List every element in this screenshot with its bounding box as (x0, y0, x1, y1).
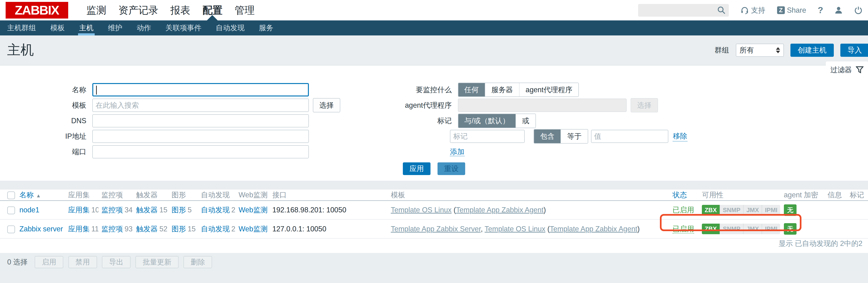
triggers-link[interactable]: 触发器 (136, 206, 158, 214)
subnav-templates[interactable]: 模板 (43, 21, 72, 35)
column-graphs: 图形 (169, 190, 198, 201)
jmx-badge: JMX (743, 205, 762, 216)
tag-remove-link[interactable]: 移除 (673, 131, 687, 142)
tag-add-link[interactable]: 添加 (450, 148, 464, 156)
monitored-by-server[interactable]: 服务器 (485, 83, 520, 96)
templates-cell: Template OS Linux (Template App Zabbix A… (388, 201, 670, 219)
tag-match-contains[interactable]: 包含 (534, 130, 561, 143)
tag-match-equals[interactable]: 等于 (561, 130, 588, 143)
config-sub-nav: 主机群组 模板 主机 维护 动作 关联项事件 自动发现 服务 (0, 21, 868, 35)
tags-cell (847, 201, 868, 219)
create-host-button[interactable]: 创建主机 (790, 44, 834, 57)
zabbix-logo[interactable]: ZABBIX (6, 2, 68, 19)
share-link[interactable]: Z Share (777, 6, 806, 15)
row-checkbox[interactable] (7, 226, 15, 233)
tags-operator-or[interactable]: 或 (516, 114, 535, 128)
subnav-event-correlation[interactable]: 关联项事件 (158, 21, 209, 35)
filter-toggle-tab[interactable]: 过滤器 (826, 61, 868, 78)
subnav-maintenance[interactable]: 维护 (101, 21, 130, 35)
tag-value-input[interactable] (591, 130, 669, 143)
menu-item-reports[interactable]: 报表 (164, 0, 196, 21)
template-separator: , (480, 225, 485, 233)
applications-link[interactable]: 应用集 (68, 206, 90, 214)
subnav-hosts[interactable]: 主机 (72, 21, 101, 35)
support-label: 支持 (751, 5, 765, 15)
filter-right-column: 要监控什么 任何 服务器 agent代理程序 agent代理程序 选择 标记 与… (365, 83, 687, 157)
column-tags: 标记 (847, 190, 868, 201)
status-enabled-link[interactable]: 已启用 (673, 225, 694, 233)
web-link[interactable]: Web监测 (239, 225, 268, 233)
column-sort-name[interactable]: 名称 (20, 191, 34, 199)
dns-filter-input[interactable] (92, 114, 309, 128)
subnav-host-groups[interactable]: 主机群组 (0, 21, 43, 35)
group-select[interactable]: 所有 (736, 44, 784, 57)
template-separator: ) (638, 225, 640, 233)
host-name-link[interactable]: Zabbix server (20, 225, 63, 233)
applications-count: 10 (91, 206, 99, 214)
menu-item-monitoring[interactable]: 监测 (80, 0, 112, 21)
column-items: 监控项 (98, 190, 133, 201)
monitored-by-any[interactable]: 任何 (458, 83, 485, 96)
tags-operator-andor[interactable]: 与/或（默认） (458, 114, 516, 128)
template-select-button[interactable]: 选择 (313, 98, 340, 112)
ip-filter-input[interactable] (92, 130, 309, 143)
encryption-badge[interactable]: 无 (784, 204, 797, 216)
subnav-actions[interactable]: 动作 (130, 21, 158, 35)
template-link[interactable]: Template App Zabbix Server (391, 225, 481, 233)
column-interface: 接口 (270, 190, 388, 201)
items-link[interactable]: 监控项 (101, 206, 123, 214)
encryption-badge[interactable]: 无 (784, 223, 797, 235)
zabbix-share-icon: Z (777, 6, 785, 14)
template-link[interactable]: Template App Zabbix Agent (456, 206, 544, 214)
snmp-badge: SNMP (720, 224, 743, 234)
menu-item-administration[interactable]: 管理 (228, 0, 260, 21)
top-right-controls: 支持 Z Share ? (638, 4, 868, 17)
user-icon (835, 6, 842, 14)
global-search-input[interactable] (638, 4, 729, 17)
port-filter-input[interactable] (92, 145, 309, 159)
items-link[interactable]: 监控项 (101, 225, 123, 233)
zabbix-hosts-page: ZABBIX 监测 资产记录 报表 配置 管理 (0, 0, 868, 283)
subnav-discovery[interactable]: 自动发现 (209, 21, 252, 35)
paging-summary: 显示 已自动发现的 2中的2 (0, 239, 868, 248)
row-checkbox[interactable] (7, 206, 15, 214)
snmp-badge: SNMP (720, 205, 743, 216)
template-link[interactable]: Template App Zabbix Agent (550, 225, 638, 233)
template-filter-input[interactable] (92, 98, 309, 112)
filter-tab-label: 过滤器 (830, 65, 852, 75)
filter-funnel-icon (856, 66, 864, 74)
web-link[interactable]: Web监测 (239, 206, 268, 214)
select-all-checkbox[interactable] (7, 192, 15, 199)
triggers-link[interactable]: 触发器 (136, 225, 158, 233)
discovery-link[interactable]: 自动发现 (201, 206, 230, 214)
help-button[interactable]: ? (818, 5, 823, 15)
name-filter-input[interactable] (92, 83, 309, 96)
applications-link[interactable]: 应用集 (68, 225, 90, 233)
profile-button[interactable] (835, 6, 842, 14)
graphs-link[interactable]: 图形 (172, 206, 186, 214)
status-enabled-link[interactable]: 已启用 (673, 206, 694, 215)
items-count: 34 (124, 206, 132, 214)
template-separator: ( (545, 225, 550, 233)
selected-count: 0 选择 (7, 257, 28, 267)
disable-button: 禁用 (68, 256, 97, 268)
column-sort-status[interactable]: 状态 (673, 191, 687, 199)
menu-item-inventory[interactable]: 资产记录 (112, 0, 164, 21)
apply-button[interactable]: 应用 (403, 162, 431, 175)
template-link[interactable]: Template OS Linux (485, 225, 545, 233)
graphs-link[interactable]: 图形 (172, 225, 186, 233)
menu-item-configuration[interactable]: 配置 (196, 0, 228, 21)
subnav-services[interactable]: 服务 (252, 21, 280, 35)
monitored-by-proxy[interactable]: agent代理程序 (520, 83, 578, 96)
host-name-link[interactable]: node1 (20, 206, 39, 214)
logout-button[interactable] (854, 6, 862, 14)
tag-name-input[interactable] (450, 130, 525, 143)
import-button[interactable]: 导入 (840, 44, 868, 57)
support-link[interactable]: 支持 (741, 5, 765, 15)
zbx-badge: ZBX (702, 205, 720, 216)
discovery-link[interactable]: 自动发现 (201, 225, 230, 233)
filter-left-column: 名称 模板 选择 DNS IP地址 端口 (0, 83, 340, 160)
column-info: 信息 (825, 190, 847, 201)
ip-filter-label: IP地址 (0, 132, 92, 141)
template-link[interactable]: Template OS Linux (391, 206, 452, 214)
